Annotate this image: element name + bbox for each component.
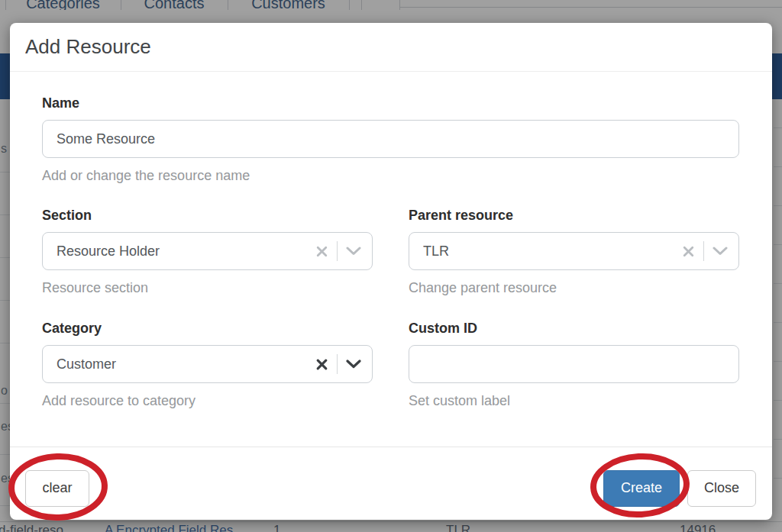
parent-field-group: Parent resource TLR Change parent resour… xyxy=(409,208,739,295)
custom-id-input[interactable] xyxy=(409,345,739,383)
category-field-group: Category Customer Add resource to catego… xyxy=(42,321,373,408)
background-table-right-edge xyxy=(774,99,782,532)
tab-label: Contacts xyxy=(121,0,228,10)
select-divider xyxy=(337,241,338,261)
name-input[interactable] xyxy=(42,120,739,158)
select-divider xyxy=(703,241,704,261)
modal-title: Add Resource xyxy=(25,35,151,59)
section-select[interactable]: Resource Holder xyxy=(42,232,373,270)
parent-resource-select[interactable]: TLR xyxy=(409,232,739,270)
table-row-line xyxy=(774,478,782,479)
create-button[interactable]: Create xyxy=(603,470,680,507)
tab-label: Customers xyxy=(228,0,349,10)
clear-selection-icon[interactable] xyxy=(682,245,695,258)
chevron-down-icon[interactable] xyxy=(346,247,361,256)
table-row-line xyxy=(774,361,782,362)
table-row-line xyxy=(0,403,11,404)
custom-id-label: Custom ID xyxy=(409,321,739,335)
table-row-line xyxy=(0,505,11,506)
section-helper: Resource section xyxy=(42,281,373,295)
background-table-left-edge: s o es es xyxy=(0,99,11,532)
table-cell-count: 1 xyxy=(273,523,280,532)
footer-right-buttons: Create Close xyxy=(603,470,756,507)
table-cell-id: 14916 xyxy=(680,523,716,532)
screen: Categories Contacts Customers s o es es xyxy=(0,0,782,532)
add-resource-modal: Add Resource Name Add or change the reso… xyxy=(10,23,772,520)
category-selected-value: Customer xyxy=(57,356,315,372)
modal-footer: clear Create Close xyxy=(10,447,772,520)
custom-id-helper: Set custom label xyxy=(409,394,739,408)
category-select[interactable]: Customer xyxy=(42,345,373,383)
parent-resource-label: Parent resource xyxy=(409,208,739,222)
table-row-line xyxy=(0,454,11,455)
chevron-down-icon[interactable] xyxy=(713,247,728,256)
background-tabbar: Categories Contacts Customers xyxy=(0,0,782,10)
table-row-line xyxy=(0,257,11,258)
table-row-line xyxy=(774,400,782,401)
background-table-row: d-field-reso… A Encrypted Field Res… 1 T… xyxy=(0,521,782,532)
parent-resource-helper: Change parent resource xyxy=(409,281,739,295)
table-row-line xyxy=(774,322,782,323)
table-row-line xyxy=(774,205,782,206)
tab-separator xyxy=(349,0,350,10)
tab-categories[interactable]: Categories xyxy=(5,0,121,10)
table-row-line xyxy=(774,283,782,284)
category-helper: Add resource to category xyxy=(42,394,373,408)
tab-customers[interactable]: Customers xyxy=(228,0,349,10)
tab-separator xyxy=(5,0,6,10)
table-row-line xyxy=(0,214,11,215)
table-row-line xyxy=(774,244,782,245)
modal-body: Name Add or change the resource name Sec… xyxy=(10,72,772,408)
table-text-fragment: s xyxy=(1,142,7,156)
select-divider xyxy=(337,354,338,374)
table-row-line xyxy=(0,300,11,301)
table-row-line xyxy=(0,172,11,172)
section-field-group: Section Resource Holder Resource section xyxy=(42,208,373,295)
parent-selected-value: TLR xyxy=(423,243,682,260)
name-helper: Add or change the resource name xyxy=(42,169,739,182)
form-grid: Section Resource Holder Resource section xyxy=(42,208,739,408)
tab-separator xyxy=(361,0,362,10)
chevron-down-icon[interactable] xyxy=(346,360,361,369)
tab-contacts[interactable]: Contacts xyxy=(121,0,228,10)
tabbar-baseline xyxy=(399,7,782,8)
category-label: Category xyxy=(42,321,373,335)
section-selected-value: Resource Holder xyxy=(57,243,315,260)
table-row-line xyxy=(774,127,782,128)
table-cell-slug: d-field-reso… xyxy=(0,523,76,532)
modal-header: Add Resource xyxy=(10,23,772,72)
table-text-fragment: o xyxy=(1,384,8,398)
custom-id-field-group: Custom ID Set custom label xyxy=(409,321,739,408)
tab-separator xyxy=(399,0,400,10)
name-label: Name xyxy=(42,96,739,110)
close-button[interactable]: Close xyxy=(687,470,756,507)
section-label: Section xyxy=(42,208,373,222)
tab-label: Categories xyxy=(5,0,121,10)
table-cell-parent: TLR xyxy=(446,523,470,532)
clear-selection-icon[interactable] xyxy=(315,245,328,258)
table-row-line xyxy=(774,439,782,440)
tab-separator xyxy=(228,0,228,10)
table-row-line xyxy=(774,166,782,167)
table-cell-resource-link[interactable]: A Encrypted Field Res… xyxy=(105,523,246,532)
clear-button[interactable]: clear xyxy=(25,470,89,507)
table-row-line xyxy=(0,343,11,343)
tab-separator xyxy=(121,0,121,10)
name-field-group: Name Add or change the resource name xyxy=(42,96,739,182)
clear-selection-icon[interactable] xyxy=(315,358,328,371)
